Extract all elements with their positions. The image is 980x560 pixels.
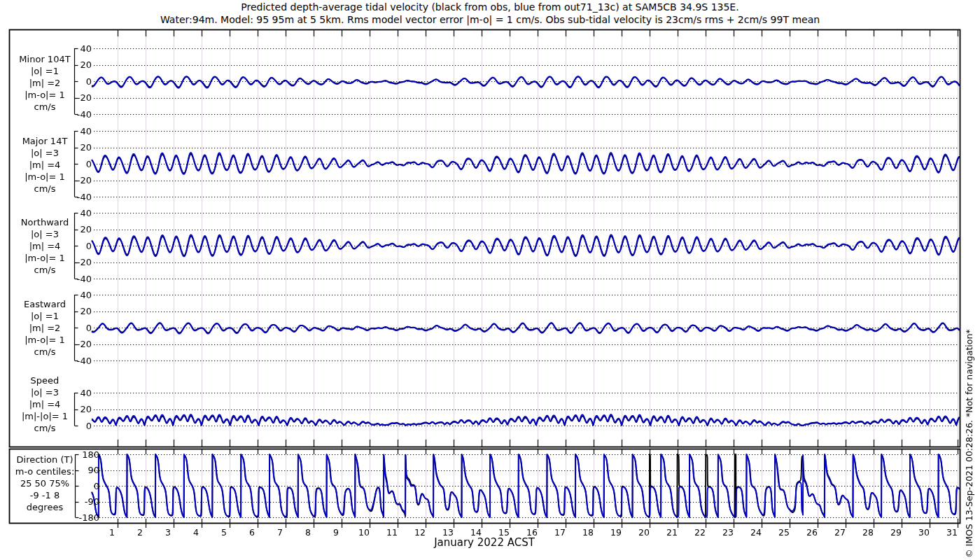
y-tick-label: -90 [67, 496, 99, 507]
tidal-velocity-figure: Predicted depth-average tidal velocity (… [0, 0, 980, 560]
x-tick-label-day: 27 [830, 527, 850, 538]
x-tick-label-day: 4 [186, 527, 206, 538]
y-tick-label: 20 [59, 141, 92, 153]
x-tick-label-day: 31 [941, 527, 962, 538]
y-tick-label: 20 [59, 59, 92, 71]
y-tick-label: -20 [59, 256, 92, 268]
x-tick-label-day: 24 [746, 527, 766, 538]
y-tick-label: -180 [67, 512, 99, 524]
y-tick-label: 40 [59, 43, 92, 55]
y-tick-label: -20 [59, 92, 92, 104]
x-tick-label-day: 7 [270, 527, 290, 538]
y-tick-label: -40 [59, 273, 92, 285]
y-tick-label: 20 [59, 223, 92, 235]
y-tick-label: 90 [67, 464, 99, 476]
x-tick-label-day: 28 [858, 527, 878, 538]
x-tick-label-day: 6 [241, 527, 262, 538]
x-tick-label-day: 9 [326, 527, 346, 538]
x-tick-label-day: 3 [158, 527, 178, 538]
x-tick-label-day: 25 [774, 527, 794, 538]
y-tick-label: 20 [59, 305, 92, 317]
x-tick-label-day: 30 [913, 527, 934, 538]
panel-label-line: Speed [10, 374, 80, 386]
y-tick-label: 0 [59, 158, 92, 170]
y-tick-label: 0 [59, 322, 92, 334]
y-tick-label: 40 [59, 387, 92, 399]
y-tick-label: 40 [59, 289, 92, 301]
x-tick-label-day: 1 [102, 527, 122, 538]
x-axis-label: January 2022 ACST [344, 536, 624, 549]
x-tick-label-day: 22 [690, 527, 710, 538]
y-tick-label: -40 [59, 355, 92, 367]
y-tick-label: 0 [59, 240, 92, 252]
y-tick-label: -20 [59, 338, 92, 350]
y-tick-label: 40 [59, 207, 92, 219]
y-tick-label: 40 [59, 125, 92, 137]
y-tick-label: -20 [59, 174, 92, 186]
x-tick-label-day: 5 [214, 527, 234, 538]
x-tick-label-day: 20 [634, 527, 654, 538]
y-tick-label: -40 [59, 191, 92, 203]
x-tick-label-day: 21 [662, 527, 682, 538]
x-tick-label-day: 8 [298, 527, 318, 538]
x-tick-label-day: 2 [130, 527, 150, 538]
y-tick-label: 0 [59, 76, 92, 88]
x-tick-label-day: 23 [718, 527, 738, 538]
x-tick-label-day: 26 [802, 527, 822, 538]
y-tick-label: -40 [59, 108, 92, 120]
y-tick-label: 0 [67, 480, 99, 492]
y-tick-label: 180 [67, 449, 99, 461]
y-tick-label: 0 [59, 420, 92, 432]
copyright-watermark: © IMOS 13-Sep-2021 00:28:26. *Not for na… [964, 329, 974, 558]
y-tick-label: 20 [59, 403, 92, 415]
x-tick-label-day: 29 [886, 527, 906, 538]
plot-canvas [0, 0, 980, 560]
